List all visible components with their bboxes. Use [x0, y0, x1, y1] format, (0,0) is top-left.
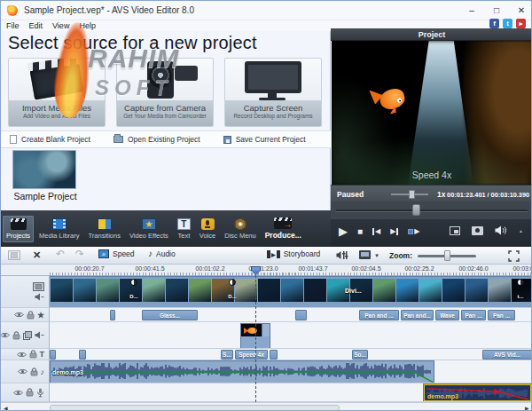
clip-so[interactable]: So...	[352, 350, 368, 360]
toolbar-voice[interactable]: Voice	[196, 216, 219, 242]
text-track[interactable]: S...Speed 4xSo...AVS Vid...	[50, 349, 532, 360]
facebook-icon[interactable]: f	[489, 19, 499, 28]
video-thumbnail[interactable]	[396, 279, 419, 302]
film-icon[interactable]	[33, 282, 44, 291]
clip-glass[interactable]: Glass...	[142, 310, 198, 320]
audio-button[interactable]: ♪ Audio	[148, 249, 176, 258]
previous-frame-button[interactable]: ◀	[372, 225, 380, 238]
video-thumbnail[interactable]	[489, 279, 511, 302]
video-thumbnail[interactable]	[373, 279, 395, 302]
clip-s[interactable]: S...	[221, 350, 233, 360]
eye-icon[interactable]	[0, 332, 10, 338]
volume-dropdown-arrow[interactable]: ▲	[519, 228, 523, 233]
scrollbar-thumb[interactable]	[50, 405, 340, 411]
video-clip-strip[interactable]	[50, 276, 532, 308]
toolbar-disc-menu[interactable]: Disc Menu	[221, 216, 259, 242]
video-track[interactable]: D...D...t...Divi...	[50, 276, 532, 308]
video-thumbnail[interactable]	[304, 279, 326, 302]
close-button[interactable]: ✕	[510, 1, 532, 20]
clip-wave[interactable]: Wave	[435, 310, 459, 320]
eye-icon[interactable]	[13, 390, 23, 396]
eye-icon[interactable]	[18, 368, 27, 375]
clip-blank[interactable]	[50, 350, 56, 360]
seek-track[interactable]	[336, 209, 528, 212]
video-thumbnail[interactable]	[419, 279, 442, 302]
video-thumbnail[interactable]	[74, 279, 96, 302]
video-thumbnail[interactable]	[189, 279, 211, 302]
toolbar-text[interactable]: TText	[174, 216, 194, 242]
card-capture-from-camera[interactable]: Capture from CameraGet Your Media from C…	[116, 58, 214, 127]
video-thumbnail[interactable]	[143, 279, 165, 302]
youtube-icon[interactable]: ▸	[516, 19, 526, 28]
card-import-media-files[interactable]: Import Media FilesAdd Video and Audio Fi…	[8, 58, 106, 127]
toolbar-projects[interactable]: Projects	[3, 216, 34, 242]
toolbar-media-library[interactable]: Media Library	[35, 216, 82, 242]
lock-icon[interactable]	[30, 368, 38, 376]
eye-icon[interactable]	[14, 312, 24, 318]
video-thumbnail[interactable]	[466, 279, 488, 302]
effects-track[interactable]: Glass...Pan and ...Pan and...WavePan ...…	[50, 308, 532, 322]
horizontal-scrollbar[interactable]: ◀ ▶	[1, 402, 532, 411]
clip-pan-and[interactable]: Pan and...	[401, 310, 434, 320]
transition-badge[interactable]: D...	[128, 279, 140, 302]
scroll-right-arrow[interactable]: ▶	[525, 405, 529, 411]
timeline-ruler[interactable]: 00:00:20.700:00:41.500:01:02.200:01:23.0…	[1, 265, 532, 276]
clip-avs-vid[interactable]: AVS Vid...	[482, 350, 532, 360]
lock-icon[interactable]	[12, 331, 20, 340]
lock-icon[interactable]	[27, 311, 35, 320]
fit-timeline-icon[interactable]	[508, 250, 520, 262]
clip-blank[interactable]	[110, 310, 115, 320]
eye-icon[interactable]	[17, 352, 27, 358]
toolbar-transitions[interactable]: Transitions	[85, 216, 124, 242]
open-existing-project[interactable]: Open Existing Project	[113, 135, 200, 144]
clip-blank[interactable]	[79, 350, 86, 360]
monitor-dropdown-arrow[interactable]: ▼	[374, 253, 379, 258]
video-thumbnail[interactable]	[442, 279, 465, 302]
transition-badge[interactable]: D...	[226, 279, 239, 302]
video-thumbnail[interactable]	[281, 279, 303, 302]
toolbar-video-effects[interactable]: ★Video Effects	[126, 216, 172, 242]
card-capture-screen[interactable]: Capture ScreenRecord Desktop and Program…	[224, 58, 322, 127]
minimize-button[interactable]: –	[460, 1, 483, 20]
maximize-button[interactable]: □	[485, 1, 508, 20]
star-icon[interactable]: ★	[37, 311, 44, 320]
menu-file[interactable]: File	[6, 21, 20, 30]
clip-blank[interactable]	[270, 350, 278, 360]
clip-speed-4x[interactable]: Speed 4x	[235, 350, 268, 360]
volume-icon[interactable]	[495, 225, 507, 235]
menu-edit[interactable]: Edit	[29, 21, 43, 30]
note-icon[interactable]: ♪	[41, 368, 45, 376]
video-thumbnail[interactable]	[258, 279, 280, 302]
overlay-icon[interactable]	[23, 331, 32, 340]
toolbar-produce[interactable]: →Produce...	[262, 215, 305, 242]
video-thumbnail[interactable]	[166, 279, 188, 302]
zoom-slider-thumb[interactable]	[444, 250, 450, 261]
undo-icon[interactable]: ↶	[56, 248, 65, 260]
menu-view[interactable]: View	[52, 21, 69, 30]
sample-project-thumbnail[interactable]	[12, 150, 76, 189]
lock-icon[interactable]	[29, 350, 37, 359]
speed-button[interactable]: » Speed	[98, 249, 135, 258]
voice-track[interactable]: demo.mp3	[50, 383, 532, 402]
video-preview[interactable]	[332, 41, 532, 185]
letter-t-icon[interactable]: T	[40, 350, 45, 359]
save-current-project[interactable]: Save Current Project	[223, 135, 306, 144]
snapshot-camera-icon[interactable]	[472, 226, 483, 235]
audio-track[interactable]: demo.mp3	[50, 360, 532, 383]
clip-blank[interactable]	[295, 310, 307, 320]
seek-thumb[interactable]	[412, 204, 420, 216]
monitor-select-icon[interactable]	[359, 250, 371, 259]
speaker-icon[interactable]	[35, 293, 44, 301]
video-thumbnail[interactable]	[97, 279, 119, 302]
video-thumbnail[interactable]	[51, 279, 73, 302]
scroll-left-arrow[interactable]: ◀	[4, 405, 8, 411]
play-button[interactable]: ▶	[339, 225, 348, 238]
menu-help[interactable]: Help	[79, 21, 96, 30]
split-icon[interactable]	[8, 250, 20, 260]
microphone-icon[interactable]	[36, 388, 44, 398]
stop-button[interactable]: ■	[357, 225, 363, 238]
audio-mixer-icon[interactable]	[336, 250, 348, 260]
clip-pan-and[interactable]: Pan and ...	[359, 310, 399, 320]
twitter-icon[interactable]: t	[503, 19, 512, 28]
speaker-icon[interactable]	[35, 331, 44, 339]
